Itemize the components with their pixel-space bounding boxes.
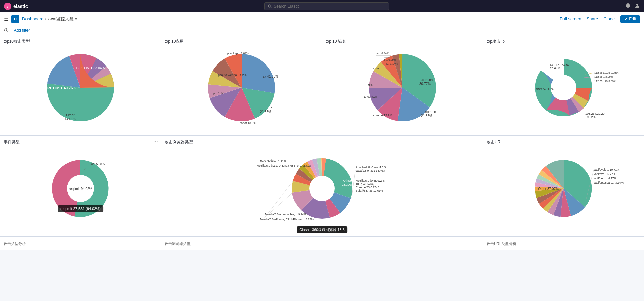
breadcrumb: Dashboard › xwaf监控大盘 ▾ bbox=[22, 16, 77, 22]
bottom-panel-left: 攻击类型分析 bbox=[0, 237, 161, 250]
svg-text:Java/1.8.0_311 14.46%: Java/1.8.0_311 14.46% bbox=[356, 169, 386, 172]
svg-text:Other: Other bbox=[343, 179, 351, 182]
pie-event-types: reqlimit 94.02% waf 5.98% bbox=[42, 152, 119, 225]
clone-link[interactable]: Clone bbox=[603, 16, 615, 22]
svg-text:47.115.184.57: 47.115.184.57 bbox=[550, 63, 570, 67]
search-input[interactable] bbox=[274, 4, 385, 9]
svg-text:.m.cn: .m.cn bbox=[372, 67, 379, 70]
dashboard: top10攻击类型 IPURI_LIMIT 49.76% CIP_LIMIT 3… bbox=[0, 35, 644, 236]
fullscreen-link[interactable]: Full screen bbox=[560, 16, 581, 22]
edit-button[interactable]: Edit bbox=[620, 15, 640, 23]
svg-text:Other 37.07%: Other 37.07% bbox=[538, 187, 559, 191]
svg-text:-zx 41.55%: -zx 41.55% bbox=[262, 75, 278, 78]
second-nav: ☰ D Dashboard › xwaf监控大盘 ▾ Full screen S… bbox=[0, 12, 644, 26]
panel-domains-title: top 10 域名 bbox=[326, 39, 479, 44]
bottom-panel-right: 攻击URL类型分析 bbox=[483, 237, 644, 250]
chart-domains: .com.cn 30.77% .com.cn 21.36% .com.cn 13… bbox=[326, 46, 479, 130]
elastic-logo-icon: e bbox=[4, 3, 11, 10]
elastic-logo[interactable]: e elastic bbox=[4, 3, 28, 10]
chevron-down-icon[interactable]: ▾ bbox=[75, 17, 77, 22]
svg-text:b... 0.88%: b... 0.88% bbox=[384, 58, 396, 61]
svg-text:21.36%: 21.36% bbox=[421, 114, 432, 118]
add-filter-button[interactable]: + Add filter bbox=[11, 28, 30, 33]
svg-text:robot 13.9%: robot 13.9% bbox=[240, 121, 256, 125]
bottom-panel-mid: 攻击浏览器类型 bbox=[161, 237, 483, 250]
hamburger-icon[interactable]: ☰ bbox=[4, 16, 9, 22]
svg-text:-my: -my bbox=[267, 105, 272, 109]
panel-attack-types: top10攻击类型 IPURI_LIMIT 49.76% CIP_LIMIT 3… bbox=[0, 35, 161, 136]
pie-attack-url: Other 37.07% /api/evalu... 10.71% /api/e… bbox=[517, 152, 610, 225]
bottom-panel-left-label: 攻击类型分析 bbox=[4, 241, 26, 246]
panel-attack-ip-title: top攻击 Ip bbox=[487, 39, 640, 44]
svg-text:Chrome/53.0.2743: Chrome/53.0.2743 bbox=[356, 186, 379, 189]
svg-text:/intf/getL... 4.17%: /intf/getL... 4.17% bbox=[594, 177, 617, 180]
svg-text:9.62%: 9.62% bbox=[587, 115, 596, 119]
pie-apps: -zx 41.55% -my 21.36% robot 13.9% p... 1… bbox=[205, 51, 278, 125]
panel-domains: top 10 域名 .com.cn 3 bbox=[322, 35, 483, 136]
panel-attack-url: 攻击URL bbox=[483, 136, 644, 236]
chart-browser-types: Apache-HttpClient/4.5.3 Java/1.8.0_311 1… bbox=[165, 146, 479, 230]
panel-apps: top 10应用 -zx 41.55% bbox=[161, 35, 322, 136]
bottom-panel-mid-label: 攻击浏览器类型 bbox=[165, 241, 191, 246]
svg-text:Mozilla/5.0 (compatible;... 9.: Mozilla/5.0 (compatible;... 9.14% bbox=[265, 213, 306, 216]
panel-menu-icon[interactable]: ⋯ bbox=[153, 139, 158, 144]
panel-event-types-title: 事件类型 bbox=[4, 139, 157, 145]
svg-text:Other 57.13%: Other 57.13% bbox=[534, 87, 554, 91]
panel-attack-url-title: 攻击URL bbox=[487, 139, 640, 145]
share-link[interactable]: Share bbox=[587, 16, 598, 22]
clock-icon bbox=[4, 28, 9, 33]
svg-text:Apache-HttpClient/4.5.3: Apache-HttpClient/4.5.3 bbox=[356, 166, 386, 169]
panel-browser-types: 攻击浏览器类型 bbox=[161, 136, 483, 236]
search-icon bbox=[268, 4, 272, 8]
svg-point-30 bbox=[551, 75, 576, 100]
search-input-wrap[interactable] bbox=[264, 2, 389, 10]
svg-text:/api/eva... 5.77%: /api/eva... 5.77% bbox=[594, 172, 616, 176]
svg-text:ac... 0.24%: ac... 0.24% bbox=[376, 52, 389, 55]
breadcrumb-current: xwaf监控大盘 bbox=[48, 16, 74, 22]
chart-attack-ip: Other 57.13% 47.115.184.57 23.64% 103.23… bbox=[487, 46, 640, 130]
pie-domains: .com.cn 30.77% .com.cn 21.36% .com.cn 13… bbox=[362, 51, 443, 125]
chart-attack-types: IPURI_LIMIT 49.76% CIP_LIMIT 33.04% Othe… bbox=[4, 46, 157, 130]
chart-apps: -zx 41.55% -my 21.36% robot 13.9% p... 1… bbox=[165, 46, 318, 130]
svg-text:30.77%: 30.77% bbox=[419, 82, 431, 86]
nav-right: Full screen Share Clone Edit bbox=[560, 15, 640, 23]
svg-text:to.com.cn: to.com.cn bbox=[364, 95, 377, 98]
svg-point-2 bbox=[268, 5, 271, 7]
avatar: D bbox=[11, 15, 19, 23]
svg-text:p... 1..%: p... 1..% bbox=[213, 92, 224, 95]
panel-attack-ip: top攻击 Ip Other 57.13% bbox=[483, 35, 644, 136]
panel-browser-types-title: 攻击浏览器类型 bbox=[165, 139, 479, 145]
svg-text:/api/evalu... 10.71%: /api/evalu... 10.71% bbox=[594, 168, 620, 171]
svg-text:103.234.22.20: 103.234.22.20 bbox=[585, 112, 605, 115]
svg-text:pcauto-p... 0.02%: pcauto-p... 0.02% bbox=[227, 52, 249, 55]
svg-text:Mozilla/5.0 (X11; U; Linux i68: Mozilla/5.0 (X11; U; Linux i686; en... 2… bbox=[257, 164, 311, 167]
pie-browser-types: Apache-HttpClient/4.5.3 Java/1.8.0_311 1… bbox=[255, 152, 389, 225]
svg-line-57 bbox=[268, 193, 292, 214]
svg-text:112.25...79 3.63%: 112.25...79 3.63% bbox=[594, 80, 616, 83]
pie-attack-types: IPURI_LIMIT 49.76% CIP_LIMIT 33.04% Othe… bbox=[44, 51, 117, 125]
svg-text:IPURI_LIMIT 49.76%: IPURI_LIMIT 49.76% bbox=[41, 86, 76, 90]
browser-tooltip: Clash - 360极速浏览器 13.5 bbox=[297, 226, 347, 233]
breadcrumb-dashboard[interactable]: Dashboard bbox=[22, 16, 44, 22]
svg-text:reqlimit 94.02%: reqlimit 94.02% bbox=[69, 187, 92, 191]
svg-text:23.39%: 23.39% bbox=[342, 183, 353, 186]
search-bar bbox=[28, 2, 625, 10]
svg-text:CIP_LIMIT 33.04%: CIP_LIMIT 33.04% bbox=[76, 66, 105, 70]
svg-text:e: e bbox=[7, 5, 8, 8]
svg-text:.9%: .9% bbox=[367, 83, 373, 87]
bottom-panel-right-label: 攻击URL类型分析 bbox=[487, 241, 516, 246]
panel-attack-types-title: top10攻击类型 bbox=[4, 39, 157, 44]
svg-text:pcauto-wenda 5.52%: pcauto-wenda 5.52% bbox=[218, 73, 247, 77]
svg-text:.com.cn: .com.cn bbox=[421, 78, 433, 82]
svg-text:/api/app/searc... 3.94%: /api/app/searc... 3.94% bbox=[594, 181, 624, 184]
bottom-bar: 攻击类型分析 攻击浏览器类型 攻击URL类型分析 bbox=[0, 236, 644, 250]
user-icon[interactable] bbox=[635, 3, 640, 9]
svg-text:Mozilla/5.0 (iPhone; CPU iPhon: Mozilla/5.0 (iPhone; CPU iPhone ... 5.27… bbox=[260, 218, 314, 221]
notification-icon[interactable] bbox=[625, 3, 631, 9]
svg-line-3 bbox=[271, 7, 271, 8]
svg-text:21.36%: 21.36% bbox=[260, 110, 271, 114]
svg-text:112.253.2.38 2.98%: 112.253.2.38 2.98% bbox=[594, 71, 619, 74]
svg-point-46 bbox=[309, 176, 335, 201]
breadcrumb-separator: › bbox=[45, 17, 46, 22]
nav-icons bbox=[625, 3, 640, 9]
